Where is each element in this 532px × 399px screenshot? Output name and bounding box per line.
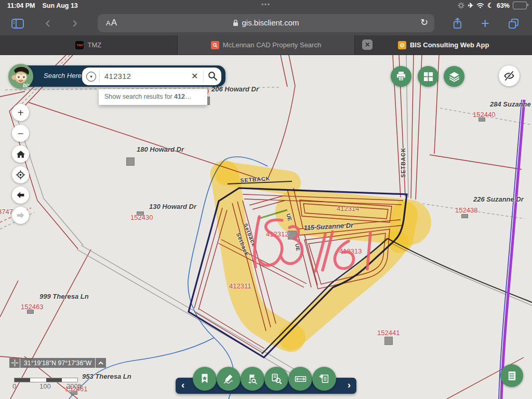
- forward-extent-button[interactable]: [12, 207, 29, 224]
- parcel-linework: [0, 0, 532, 399]
- bookmark-star-icon: [199, 373, 210, 384]
- sidebar-icon: [11, 19, 24, 29]
- pencil-draw-icon: [223, 373, 234, 384]
- tab-strip: TMZ TMZ McLennan CAD Property Search ✕ B…: [0, 35, 532, 55]
- moon-icon: ☾: [487, 2, 494, 9]
- tab-bis-consulting[interactable]: ✕ BIS Consulting Web App: [354, 35, 532, 55]
- grid-icon: [423, 72, 433, 82]
- back-extent-button[interactable]: [12, 187, 29, 204]
- legend-button[interactable]: [500, 364, 523, 387]
- document-search-icon: [271, 373, 282, 384]
- multitask-handle: •••: [0, 1, 532, 7]
- home-icon: [16, 150, 25, 159]
- search-input-group: ▼ 412312 ✕: [82, 68, 221, 85]
- zoom-in-button[interactable]: +: [12, 104, 29, 121]
- safari-toolbar: ‹ › AA gis.bisclient.com ↻ +: [0, 11, 532, 35]
- search-input[interactable]: 412312: [104, 72, 131, 81]
- search-type-dropdown[interactable]: ▼: [86, 72, 96, 82]
- wifi-icon: [476, 3, 484, 8]
- apps-grid-button[interactable]: [418, 66, 438, 87]
- flag-search-button[interactable]: [241, 367, 264, 391]
- bookmarks-button[interactable]: [193, 367, 217, 391]
- add-page-icon: [318, 373, 330, 384]
- share-icon: [453, 17, 462, 30]
- draw-button[interactable]: [217, 367, 241, 391]
- measure-button[interactable]: [288, 367, 312, 391]
- new-tab-button[interactable]: +: [475, 14, 496, 33]
- scale-tick: 100: [39, 382, 51, 390]
- carousel-right-button[interactable]: ›: [348, 379, 351, 391]
- address-bar[interactable]: AA gis.bisclient.com ↻: [98, 14, 434, 32]
- gps-locate-icon: [16, 170, 25, 180]
- crosshair-icon: [9, 358, 20, 368]
- tab-tmz[interactable]: TMZ TMZ: [0, 35, 177, 55]
- print-button[interactable]: [391, 66, 411, 87]
- coordinates-value: 31°19'18"N 97°17'36"W: [20, 358, 95, 368]
- layers-icon: [449, 71, 460, 82]
- battery-icon: [513, 2, 527, 9]
- share-button[interactable]: [447, 14, 468, 33]
- carousel-left-button[interactable]: ‹: [181, 379, 184, 391]
- battery-percent: 63%: [497, 2, 510, 9]
- close-tab-icon[interactable]: ✕: [362, 39, 373, 50]
- clear-search-icon[interactable]: ✕: [191, 71, 198, 81]
- eye-off-icon: [503, 70, 515, 82]
- hide-markup-button[interactable]: [499, 65, 520, 86]
- tmz-favicon: TMZ: [75, 41, 84, 49]
- search-suggestion[interactable]: Show search results for 412…: [99, 89, 207, 105]
- arrow-right-icon: [16, 210, 25, 220]
- search-label: Search Here:: [44, 72, 84, 79]
- reload-button[interactable]: ↻: [420, 17, 428, 28]
- back-button[interactable]: ‹: [37, 14, 58, 33]
- status-bar: 11:04 PM Sun Aug 13 ••• ✈ ☾ 63%: [0, 0, 532, 11]
- activity-spinner-icon: [458, 2, 464, 9]
- locate-button[interactable]: [12, 166, 29, 183]
- legend-list-icon: [507, 370, 517, 381]
- expand-coords-button[interactable]: [96, 358, 106, 368]
- coordinates-widget[interactable]: 31°19'18"N 97°17'36"W: [9, 358, 106, 368]
- scale-tick: 200ft: [66, 382, 82, 390]
- document-search-button[interactable]: [264, 367, 288, 391]
- tab-overview-button[interactable]: [503, 14, 524, 33]
- magnifier-favicon: [211, 41, 219, 49]
- url-text: gis.bisclient.com: [242, 18, 299, 27]
- sidebar-toggle-button[interactable]: [7, 14, 28, 33]
- browser-chrome: 11:04 PM Sun Aug 13 ••• ✈ ☾ 63% ‹ › AA g…: [0, 0, 532, 35]
- gis-map-canvas[interactable]: 206 Howard Dr180 Howard Dr130 Howard Dr9…: [0, 0, 532, 399]
- printer-icon: [396, 71, 406, 82]
- scale-tick: 0: [12, 382, 16, 390]
- arrow-left-icon: [16, 190, 25, 200]
- search-submit-icon[interactable]: [208, 71, 218, 83]
- home-button[interactable]: [12, 145, 29, 163]
- scale-bar: [14, 378, 78, 382]
- measure-ruler-icon: [295, 373, 307, 385]
- airplane-icon: ✈: [468, 2, 473, 9]
- tab-mclennan-cad[interactable]: McLennan CAD Property Search: [177, 35, 355, 55]
- lock-icon: [233, 19, 238, 26]
- add-page-button[interactable]: [312, 367, 336, 391]
- layers-button[interactable]: [444, 66, 464, 87]
- tabs-icon: [508, 18, 520, 30]
- bis-logo-avatar[interactable]: bis: [8, 64, 33, 89]
- forward-button[interactable]: ›: [64, 14, 85, 33]
- bis-favicon: [398, 41, 406, 49]
- zoom-out-button[interactable]: −: [12, 125, 29, 142]
- flag-search-icon: [247, 373, 258, 384]
